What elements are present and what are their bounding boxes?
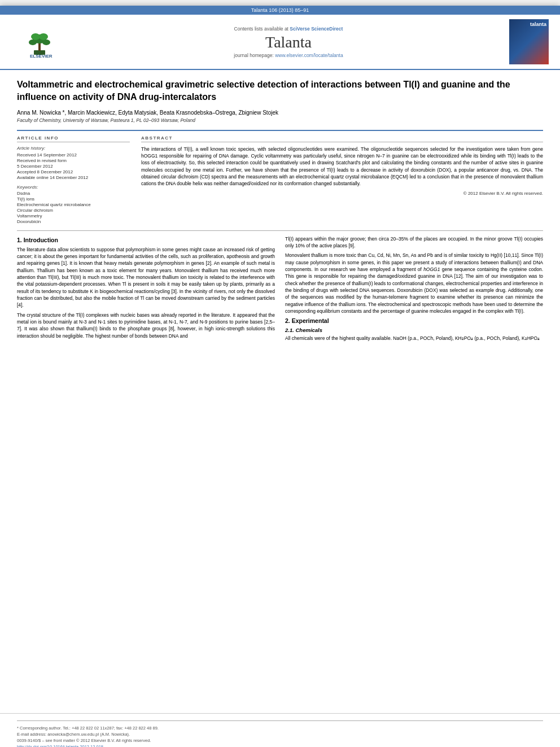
citation-text: Talanta 106 (2013) 85–91: [251, 7, 309, 13]
page-footer: * Corresponding author. Tel.: +48 22 822…: [0, 713, 560, 747]
accepted-date: Accepted 8 December 2012: [17, 169, 130, 174]
abstract-header: ABSTRACT: [141, 136, 543, 142]
authors-line: Anna M. Nowicka *, Marcin Mackiewicz, Ed…: [17, 110, 543, 116]
article-info-section: ARTICLE INFO Article history: Received 1…: [17, 136, 130, 225]
divider-rule: [17, 130, 543, 131]
journal-title: Talanta: [265, 33, 312, 51]
keywords-section: Keywords: Dsdna Tl(I) ions Electrochemic…: [17, 185, 130, 224]
keyword-6: Doxorubicin: [17, 219, 130, 224]
history-label: Article history:: [17, 146, 130, 151]
journal-cover-image: talanta: [509, 19, 549, 64]
section1-title: 1. Introduction: [17, 237, 275, 243]
article-info-abstract-section: ARTICLE INFO Article history: Received 1…: [17, 136, 543, 225]
main-content: Voltammetric and electrochemical gravime…: [0, 70, 560, 713]
intro-paragraph-2: The crystal structure of the Tl(I) compl…: [17, 312, 275, 339]
journal-center: Contents lists available at SciVerse Sci…: [73, 26, 504, 58]
elsevier-logo-image: ELSEVIER: [14, 27, 65, 58]
subsection21-title: 2.1. Chemicals: [285, 327, 543, 333]
intro-paragraph-1: The literature data allow scientists to …: [17, 246, 275, 309]
footer-divider: [17, 720, 543, 721]
sciverse-line: Contents lists available at SciVerse Sci…: [234, 26, 343, 32]
authors-text: Anna M. Nowicka *, Marcin Mackiewicz, Ed…: [17, 110, 278, 116]
article-title: Voltammetric and electrochemical gravime…: [17, 78, 543, 104]
section2-title: 2. Experimental: [285, 317, 543, 324]
cover-label: talanta: [530, 21, 546, 27]
body-col-left: 1. Introduction The literature data allo…: [17, 235, 275, 345]
footnote-2: E-mail address: anowicka@chem.uw.edu.pl …: [17, 732, 543, 737]
body-content: 1. Introduction The literature data allo…: [17, 235, 543, 345]
elsevier-logo: ELSEVIER: [11, 27, 68, 58]
section-divider: [17, 230, 543, 231]
keyword-4: Circular dichroism: [17, 208, 130, 213]
received-revised-label: Received in revised form: [17, 158, 130, 163]
journal-homepage: journal homepage: www.elsevier.com/locat…: [234, 53, 343, 58]
svg-point-4: [29, 40, 37, 45]
journal-citation-bar: Talanta 106 (2013) 85–91: [0, 6, 560, 15]
keyword-5: Voltammetry: [17, 213, 130, 219]
intro-paragraph-3: Tl(I) appears within the major groove; t…: [285, 235, 543, 250]
homepage-link[interactable]: www.elsevier.com/locate/talanta: [275, 53, 343, 58]
revised-date: 5 December 2012: [17, 164, 130, 169]
keyword-1: Dsdna: [17, 191, 130, 196]
svg-point-7: [39, 33, 48, 40]
svg-point-5: [42, 40, 50, 45]
abstract-section: ABSTRACT The interactions of Tl(I), a we…: [141, 136, 543, 225]
article-info-header: ARTICLE INFO: [17, 136, 130, 142]
abstract-text: The interactions of Tl(I), a well known …: [141, 146, 543, 187]
keyword-3: Electrochemical quartz microbalance: [17, 202, 130, 207]
footer-doi[interactable]: http://dx.doi.org/10.1016/j.talanta.2012…: [17, 744, 543, 747]
body-col-right: Tl(I) appears within the major groove; t…: [285, 235, 543, 345]
sciverse-link[interactable]: SciVerse ScienceDirect: [290, 26, 343, 32]
journal-header: ELSEVIER Contents lists available at Sci…: [0, 15, 560, 70]
keyword-2: Tl(I) ions: [17, 196, 130, 202]
intro-paragraph-4: Monovalent thallium is more toxic than C…: [285, 252, 543, 314]
page: Talanta 106 (2013) 85–91: [0, 6, 560, 747]
subsection21-text: All chemicals were of the highest qualit…: [285, 335, 543, 342]
keywords-label: Keywords:: [17, 185, 130, 190]
svg-text:ELSEVIER: ELSEVIER: [30, 54, 53, 58]
affiliation-line: Faculty of Chemistry, University of Wars…: [17, 117, 543, 123]
footnote-1: * Corresponding author. Tel.: +48 22 822…: [17, 726, 543, 731]
svg-point-6: [31, 33, 40, 40]
available-online: Available online 14 December 2012: [17, 175, 130, 180]
received-date: Received 14 September 2012: [17, 152, 130, 158]
svg-point-8: [38, 45, 41, 47]
footer-copyright: 0039-9140/$ – see front matter © 2012 El…: [17, 738, 543, 743]
abstract-copyright: © 2012 Elsevier B.V. All rights reserved…: [141, 191, 543, 196]
